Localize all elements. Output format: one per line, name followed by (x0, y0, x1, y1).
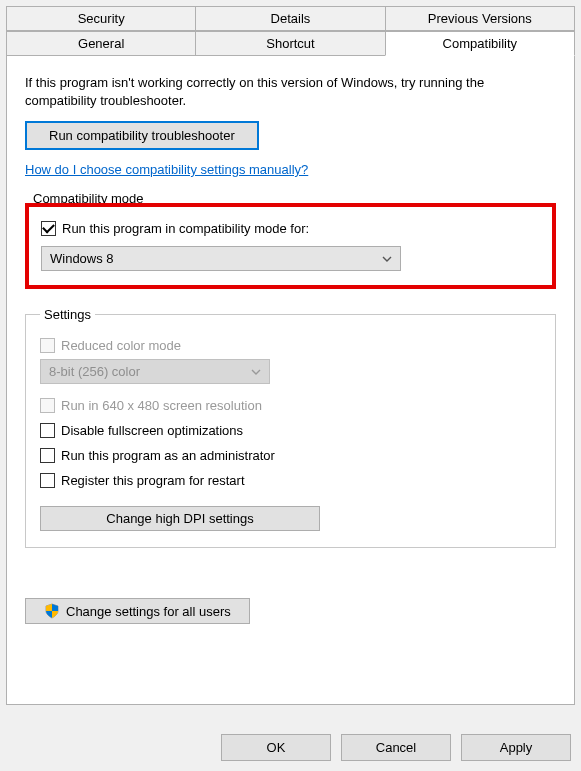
settings-group: Settings Reduced color mode 8-bit (256) … (25, 307, 556, 548)
tab-strip: Security Details Previous Versions Gener… (0, 0, 581, 56)
cancel-button[interactable]: Cancel (341, 734, 451, 761)
shield-icon (44, 603, 60, 619)
dialog-buttons: OK Cancel Apply (221, 734, 571, 761)
chevron-down-icon (251, 367, 261, 377)
compat-os-value: Windows 8 (50, 251, 114, 266)
help-link[interactable]: How do I choose compatibility settings m… (25, 162, 308, 177)
compat-mode-label: Run this program in compatibility mode f… (62, 221, 309, 236)
register-restart-label: Register this program for restart (61, 473, 245, 488)
compat-os-select[interactable]: Windows 8 (41, 246, 401, 271)
color-mode-select: 8-bit (256) color (40, 359, 270, 384)
tab-security[interactable]: Security (6, 6, 196, 31)
run-640-label: Run in 640 x 480 screen resolution (61, 398, 262, 413)
run-640-checkbox (40, 398, 55, 413)
reduced-color-label: Reduced color mode (61, 338, 181, 353)
compat-mode-checkbox[interactable] (41, 221, 56, 236)
apply-button[interactable]: Apply (461, 734, 571, 761)
tab-details[interactable]: Details (195, 6, 385, 31)
tab-compatibility[interactable]: Compatibility (385, 31, 575, 56)
tab-previous-versions[interactable]: Previous Versions (385, 6, 575, 31)
tab-general[interactable]: General (6, 31, 196, 56)
disable-fullscreen-checkbox[interactable] (40, 423, 55, 438)
register-restart-checkbox[interactable] (40, 473, 55, 488)
change-dpi-button[interactable]: Change high DPI settings (40, 506, 320, 531)
disable-fullscreen-label: Disable fullscreen optimizations (61, 423, 243, 438)
intro-text: If this program isn't working correctly … (25, 74, 556, 109)
run-admin-label: Run this program as an administrator (61, 448, 275, 463)
run-admin-checkbox[interactable] (40, 448, 55, 463)
change-all-users-button[interactable]: Change settings for all users (25, 598, 250, 624)
chevron-down-icon (382, 254, 392, 264)
ok-button[interactable]: OK (221, 734, 331, 761)
settings-legend: Settings (40, 307, 95, 322)
compatibility-mode-group: Run this program in compatibility mode f… (25, 203, 556, 289)
reduced-color-checkbox (40, 338, 55, 353)
compatibility-panel: If this program isn't working correctly … (6, 55, 575, 705)
run-troubleshooter-button[interactable]: Run compatibility troubleshooter (25, 121, 259, 150)
tab-shortcut[interactable]: Shortcut (195, 31, 385, 56)
change-all-users-label: Change settings for all users (66, 604, 231, 619)
color-mode-value: 8-bit (256) color (49, 364, 140, 379)
